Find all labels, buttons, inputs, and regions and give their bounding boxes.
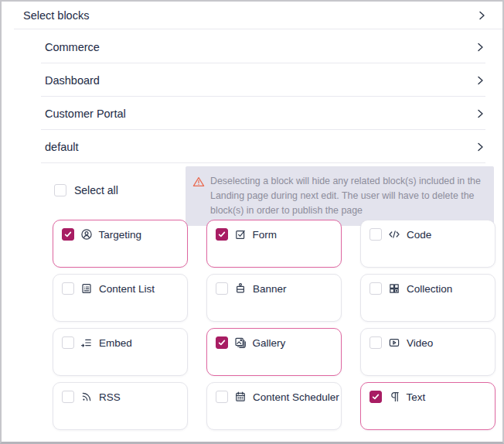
block-card-form[interactable]: Form (206, 220, 342, 268)
warning-triangle-icon (192, 176, 205, 188)
block-card-code[interactable]: Code (360, 220, 495, 268)
section-list: Commerce Dashboard Customer Portal defau… (2, 30, 502, 163)
block-card-video[interactable]: Video (360, 328, 495, 376)
chevron-right-icon[interactable] (475, 108, 485, 119)
checkbox[interactable] (369, 228, 382, 241)
block-label: Targeting (99, 228, 142, 241)
chevron-right-icon[interactable] (476, 10, 487, 21)
panel-title: Select blocks (23, 9, 89, 22)
chevron-right-icon[interactable] (475, 42, 485, 53)
section-label: Commerce (45, 41, 100, 53)
content-list-icon (80, 282, 93, 295)
select-blocks-panel: Select blocks Commerce Dashboard Custome… (0, 0, 504, 444)
block-label: Collection (407, 282, 452, 295)
content-scheduler-icon (234, 391, 247, 403)
section-label: Dashboard (45, 74, 100, 87)
chevron-right-icon[interactable] (475, 142, 485, 152)
block-card-text[interactable]: Text (360, 382, 495, 430)
block-label: RSS (99, 391, 121, 404)
code-icon (388, 228, 400, 241)
embed-icon (80, 336, 93, 349)
text-icon (388, 391, 400, 403)
block-label: Content List (99, 282, 155, 295)
targeting-icon (80, 228, 93, 241)
block-label: Text (407, 391, 426, 404)
checkbox[interactable] (216, 282, 228, 295)
block-label: Form (253, 228, 278, 241)
warning-banner: Deselecting a block will hide any relate… (186, 166, 494, 226)
warning-text: Deselecting a block will hide any relate… (210, 174, 484, 218)
section-label: Customer Portal (45, 108, 126, 120)
block-card-gallery[interactable]: Gallery (206, 328, 342, 376)
checkbox[interactable] (216, 391, 228, 403)
block-card-banner[interactable]: Banner (206, 274, 342, 322)
blocks-grid: Targeting Form Code (53, 220, 495, 430)
form-icon (234, 228, 247, 241)
video-icon (388, 336, 400, 349)
gallery-icon (234, 336, 247, 349)
block-card-content-list[interactable]: Content List (53, 274, 188, 322)
banner-icon (234, 282, 247, 295)
section-row-commerce[interactable]: Commerce (2, 30, 502, 63)
checkbox[interactable] (216, 228, 228, 241)
checkbox[interactable] (216, 336, 228, 349)
block-label: Video (407, 336, 433, 350)
rss-icon (80, 391, 93, 403)
section-row-dashboard[interactable]: Dashboard (2, 63, 502, 97)
section-label: default (45, 141, 79, 153)
checkbox[interactable] (62, 391, 74, 403)
checkbox[interactable] (369, 336, 382, 349)
section-row-customer-portal[interactable]: Customer Portal (2, 97, 502, 130)
block-card-embed[interactable]: Embed (53, 328, 188, 376)
select-all-control[interactable]: Select all (54, 184, 118, 196)
block-label: Gallery (253, 336, 286, 350)
checkbox[interactable] (62, 336, 74, 349)
select-all-label: Select all (74, 184, 118, 196)
block-card-content-scheduler[interactable]: Content Scheduler (206, 382, 342, 430)
collection-icon (388, 282, 400, 295)
select-blocks-header[interactable]: Select blocks (2, 2, 502, 29)
block-card-rss[interactable]: RSS (53, 382, 188, 430)
block-card-targeting[interactable]: Targeting (53, 220, 188, 268)
block-label: Banner (253, 282, 287, 295)
block-card-collection[interactable]: Collection (360, 274, 495, 322)
block-label: Embed (99, 336, 132, 350)
section-row-default[interactable]: default (2, 130, 502, 163)
checkbox[interactable] (62, 282, 74, 295)
block-label: Content Scheduler (253, 391, 339, 404)
checkbox[interactable] (369, 391, 382, 403)
select-all-checkbox[interactable] (54, 184, 66, 196)
block-label: Code (407, 228, 431, 241)
chevron-right-icon[interactable] (475, 75, 485, 86)
checkbox[interactable] (369, 282, 382, 295)
checkbox[interactable] (62, 228, 74, 241)
